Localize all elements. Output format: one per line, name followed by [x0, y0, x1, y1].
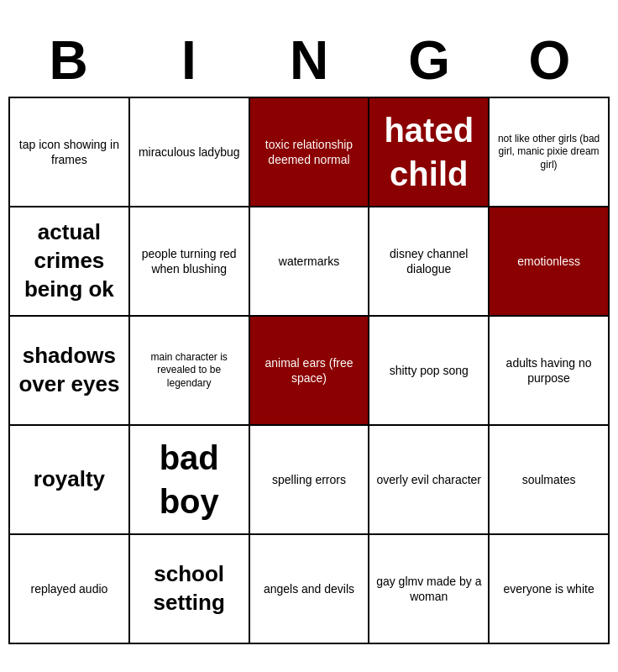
- bingo-cell: disney channel dialogue: [369, 207, 490, 317]
- bingo-cell: miraculous ladybug: [130, 98, 250, 207]
- bingo-header: BINGO: [8, 28, 610, 93]
- bingo-letter: I: [128, 28, 249, 93]
- bingo-cell: angels and devils: [250, 535, 370, 644]
- bingo-cell: main character is revealed to be legenda…: [130, 317, 250, 426]
- bingo-cell: shadows over eyes: [10, 317, 130, 426]
- bingo-cell: soulmates: [490, 426, 610, 535]
- bingo-cell: emotionless: [490, 207, 610, 317]
- bingo-cell: everyone is white: [490, 535, 610, 644]
- bingo-cell: tap icon showing in frames: [10, 98, 130, 207]
- bingo-cell: royalty: [10, 426, 130, 535]
- bingo-cell: gay glmv made by a woman: [369, 535, 490, 644]
- bingo-cell: shitty pop song: [369, 317, 490, 426]
- bingo-letter: G: [369, 28, 490, 93]
- bingo-cell: not like other girls (bad girl, manic pi…: [490, 98, 610, 207]
- bingo-cell: adults having no purpose: [490, 317, 610, 426]
- bingo-cell: spelling errors: [250, 426, 370, 535]
- bingo-letter: B: [8, 28, 128, 93]
- bingo-cell: people turning red when blushing: [130, 207, 250, 317]
- bingo-card: BINGO tap icon showing in framesmiraculo…: [0, 19, 618, 653]
- bingo-cell: animal ears (free space): [250, 317, 370, 426]
- bingo-letter: O: [490, 28, 610, 93]
- bingo-cell: overly evil character: [369, 426, 490, 535]
- bingo-cell: watermarks: [250, 207, 370, 317]
- bingo-cell: toxic relationship deemed normal: [250, 98, 370, 207]
- bingo-cell: actual crimes being ok: [10, 207, 130, 317]
- bingo-cell: bad boy: [130, 426, 250, 535]
- bingo-cell: replayed audio: [10, 535, 130, 644]
- bingo-cell: school setting: [130, 535, 250, 644]
- bingo-cell: hated child: [369, 98, 490, 207]
- bingo-grid: tap icon showing in framesmiraculous lad…: [8, 97, 610, 644]
- bingo-letter: N: [249, 28, 369, 93]
